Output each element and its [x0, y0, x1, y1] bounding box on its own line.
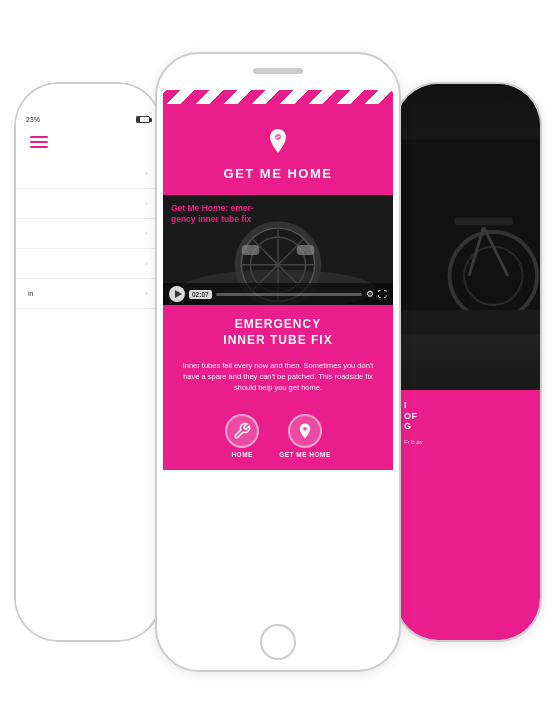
chevron-right-icon: ›	[145, 289, 148, 298]
list-item[interactable]: ›	[16, 159, 160, 189]
play-button[interactable]	[169, 286, 185, 302]
get-me-home-nav-item[interactable]: GET ME HOME	[279, 414, 331, 458]
svg-rect-13	[396, 140, 540, 335]
chevron-right-icon: ›	[145, 259, 148, 268]
list-item[interactable]: ›	[16, 219, 160, 249]
description-section: Inner tubes fail every now and then. Som…	[163, 360, 393, 404]
speaker	[253, 68, 303, 74]
center-phone-screen: GET ME HOME	[163, 90, 393, 614]
location-pin-icon	[296, 422, 314, 440]
right-description: Fr b av	[404, 438, 423, 447]
bottom-nav: HOME GET ME HOME	[163, 404, 393, 470]
phone-right: I OF G Fr b av	[394, 82, 542, 642]
video-player[interactable]: Get Me Home: emer-gency inner tube fix 0…	[163, 195, 393, 305]
get-me-home-label: GET ME HOME	[279, 451, 331, 458]
power-button[interactable]	[399, 164, 401, 204]
list-item[interactable]: ›	[16, 249, 160, 279]
video-controls-bar[interactable]: 02:07 ⚙ ⛶	[163, 283, 393, 305]
chevron-right-icon: ›	[145, 169, 148, 178]
phones-container: 23% › › ›	[0, 0, 556, 723]
app-logo	[259, 122, 297, 160]
right-photo-scene	[396, 84, 540, 390]
status-bar: 23%	[16, 112, 160, 125]
description-text: Inner tubes fail every now and then. Som…	[179, 360, 377, 394]
phone-left: 23% › › ›	[14, 82, 162, 642]
battery-indicator	[136, 116, 150, 123]
battery-percent: 23%	[26, 116, 40, 123]
right-photo-area	[396, 84, 540, 390]
right-title: I OF G	[404, 400, 418, 432]
svg-rect-11	[242, 245, 260, 255]
volume-down-button[interactable]	[155, 174, 157, 196]
phone-center: GET ME HOME	[155, 52, 401, 672]
list-item[interactable]: in ›	[16, 279, 160, 309]
list-item[interactable]: ›	[16, 189, 160, 219]
svg-rect-16	[396, 310, 540, 334]
play-icon	[175, 290, 182, 298]
svg-rect-17	[454, 217, 512, 225]
wrench-icon	[233, 422, 251, 440]
section-title-line1: EMERGENCY	[179, 317, 377, 331]
left-phone-screen: 23% › › ›	[16, 84, 160, 640]
get-me-home-icon-circle	[288, 414, 322, 448]
menu-icon[interactable]	[16, 125, 160, 159]
fullscreen-icon[interactable]: ⛶	[378, 289, 387, 299]
app-header: GET ME HOME	[163, 104, 393, 195]
home-icon-circle	[225, 414, 259, 448]
right-phone-screen: I OF G Fr b av	[396, 84, 540, 640]
settings-icon[interactable]: ⚙	[366, 289, 374, 299]
volume-up-button[interactable]	[155, 144, 157, 166]
section-title-line2: INNER TUBE FIX	[179, 333, 377, 347]
chevron-right-icon: ›	[145, 199, 148, 208]
video-duration: 02:07	[189, 290, 212, 299]
emergency-section: EMERGENCY INNER TUBE FIX	[163, 305, 393, 360]
progress-bar[interactable]	[216, 293, 362, 296]
list-item-label: in	[28, 290, 33, 297]
chevron-right-icon: ›	[145, 229, 148, 238]
app-title: GET ME HOME	[224, 166, 333, 181]
video-title: Get Me Home: emer-gency inner tube fix	[171, 203, 271, 225]
home-nav-item[interactable]: HOME	[225, 414, 259, 458]
home-button[interactable]	[260, 624, 296, 660]
right-scene-svg	[396, 84, 540, 390]
right-content-section: I OF G Fr b av	[396, 390, 540, 640]
home-label: HOME	[231, 451, 253, 458]
hazard-stripe	[163, 90, 393, 104]
svg-rect-12	[297, 245, 315, 255]
